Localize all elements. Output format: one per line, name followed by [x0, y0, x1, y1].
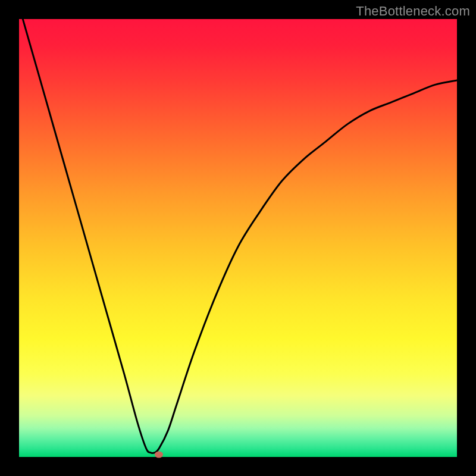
- chart-frame: TheBottleneck.com: [0, 0, 476, 476]
- optimal-point-marker: [155, 452, 163, 458]
- bottleneck-curve: [19, 19, 457, 457]
- plot-area: [19, 19, 457, 457]
- watermark-text: TheBottleneck.com: [356, 4, 470, 19]
